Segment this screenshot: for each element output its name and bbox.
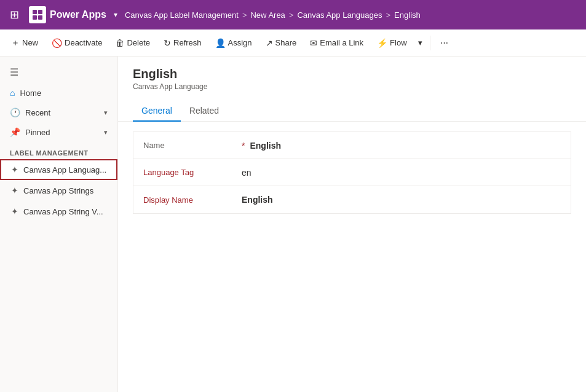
form-section: Name * English Language Tag en Display N… [133,131,571,214]
new-button[interactable]: ＋ New [5,34,44,52]
sidebar-item-canvas-app-strings[interactable]: ✦ Canvas App Strings [0,180,117,201]
sidebar-item-home[interactable]: ⌂ Home [0,83,117,103]
flow-icon: ⚡ [377,38,387,48]
svg-rect-2 [33,15,37,20]
sidebar-item-recent[interactable]: 🕐 Recent ▾ [0,103,117,122]
assign-button[interactable]: 👤 Assign [209,34,258,52]
deactivate-button[interactable]: 🚫 Deactivate [46,34,108,52]
assign-icon: 👤 [215,38,226,48]
sidebar-item-canvas-app-language[interactable]: ✦ Canvas App Languag... [0,159,117,180]
breadcrumb-app[interactable]: Canvas App Label Management [125,10,239,20]
email-button[interactable]: ✉ Email a Link [304,34,370,52]
breadcrumb-sep3: > [386,10,391,20]
record-header: English Canvas App Language [118,57,586,91]
toolbar-divider [430,36,430,50]
main-content: English Canvas App Language General Rela… [118,57,586,392]
app-logo: Power Apps [29,6,106,23]
tab-general[interactable]: General [133,101,181,122]
email-icon: ✉ [310,38,317,48]
app-logo-icon [29,6,46,23]
record-title: English [133,66,571,81]
more-icon: ▾ [418,38,422,47]
sidebar-item-canvas-app-string-v[interactable]: ✦ Canvas App String V... [0,201,117,222]
app-name-label: Power Apps [50,9,106,20]
recent-chevron-icon: ▾ [104,109,108,117]
new-icon: ＋ [11,37,20,49]
breadcrumb-sep2: > [289,10,294,20]
refresh-icon: ↻ [164,38,171,48]
field-name-label: Name [143,141,242,150]
sidebar: ☰ ⌂ Home 🕐 Recent ▾ 📌 Pinned ▾ Label Man… [0,57,118,392]
entity-icon-1: ✦ [11,186,18,195]
top-bar: ⊞ Power Apps ▾ Canvas App Label Manageme… [0,0,586,29]
recent-icon: 🕐 [10,108,20,117]
record-subtitle: Canvas App Language [133,82,571,91]
required-indicator-name: * [242,141,245,151]
field-name-value[interactable]: English [250,141,281,151]
tabs: General Related [118,96,586,122]
breadcrumb-entity[interactable]: Canvas App Languages [297,10,382,20]
hamburger-icon: ☰ [10,66,18,78]
svg-rect-3 [38,15,42,20]
flow-button[interactable]: ⚡ Flow [371,34,413,52]
sidebar-item-pinned[interactable]: 📌 Pinned ▾ [0,122,117,142]
share-button[interactable]: ↗ Share [259,34,303,52]
svg-rect-1 [38,10,42,14]
sidebar-toggle[interactable]: ☰ [0,61,117,83]
field-display-name: Display Name English [133,186,571,213]
overflow-button[interactable]: ⋯ [434,34,454,51]
breadcrumb-record[interactable]: English [394,10,421,20]
delete-button[interactable]: 🗑 Delete [109,34,156,52]
home-icon: ⌂ [10,88,15,98]
refresh-button[interactable]: ↻ Refresh [157,34,208,52]
field-language-tag-value[interactable]: en [242,168,251,178]
tab-related[interactable]: Related [181,101,228,122]
breadcrumb-sep1: > [242,10,247,20]
sidebar-section-title: Label Management [0,142,117,159]
main-layout: ☰ ⌂ Home 🕐 Recent ▾ 📌 Pinned ▾ Label Man… [0,57,586,392]
pinned-chevron-icon: ▾ [104,128,108,136]
field-display-name-label: Display Name [143,195,242,205]
field-display-name-value[interactable]: English [242,195,273,205]
delete-icon: 🗑 [116,38,124,48]
waffle-icon[interactable]: ⊞ [7,6,22,24]
deactivate-icon: 🚫 [52,38,62,48]
breadcrumb: Canvas App Label Management > New Area >… [125,10,421,20]
field-name: Name * English [133,132,571,159]
share-icon: ↗ [266,38,273,48]
toolbar: ＋ New 🚫 Deactivate 🗑 Delete ↻ Refresh 👤 … [0,29,586,57]
breadcrumb-area[interactable]: New Area [250,10,285,20]
app-chevron-icon[interactable]: ▾ [114,10,117,19]
overflow-icon: ⋯ [440,38,448,47]
more-button[interactable]: ▾ [414,34,426,51]
field-language-tag-label: Language Tag [143,168,242,177]
field-language-tag: Language Tag en [133,159,571,186]
form-area: Name * English Language Tag en Display N… [118,122,586,229]
pinned-icon: 📌 [10,127,20,137]
entity-icon-2: ✦ [11,206,18,216]
svg-rect-0 [33,10,37,14]
entity-icon-0: ✦ [11,165,18,174]
